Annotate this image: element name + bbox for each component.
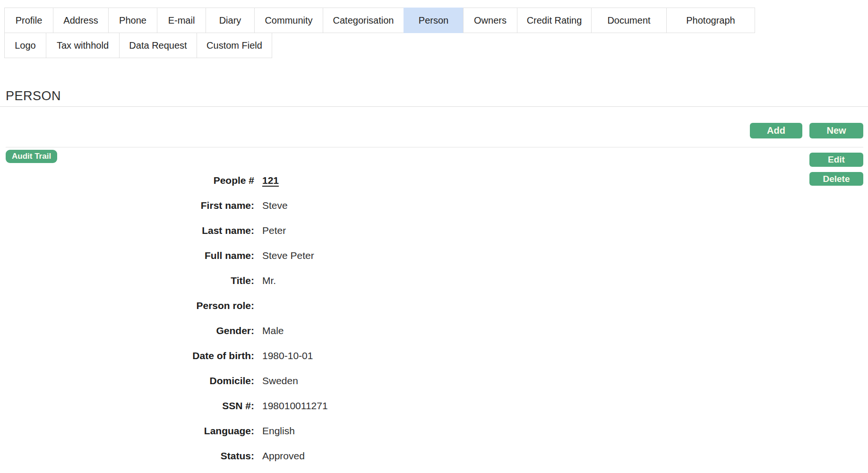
tab-label: Logo [15,40,36,51]
field-domicile: Domicile: Sweden [0,368,662,393]
tab-categorisation[interactable]: Categorisation [323,8,404,33]
tab-label: Custom Field [206,40,262,51]
tab-address[interactable]: Address [53,8,109,33]
tab-label: Data Request [129,40,187,51]
tab-photograph[interactable]: Photograph [666,8,755,33]
field-value: Male [262,325,284,336]
tab-phone[interactable]: Phone [108,8,157,33]
field-value: Sweden [262,375,298,387]
field-value: English [262,425,295,437]
tab-label: Profile [16,15,43,26]
tab-label: Photograph [686,15,735,26]
field-title: Title: Mr. [0,268,662,293]
tab-label: Address [63,15,98,26]
field-label: First name: [0,200,254,211]
new-button[interactable]: New [809,123,863,138]
field-status: Status: Approved [0,443,662,468]
tab-tax-withhold[interactable]: Tax withhold [46,33,120,58]
tab-label: Categorisation [333,15,394,26]
add-button[interactable]: Add [750,123,802,138]
field-label: Person role: [0,300,254,311]
field-value: Steve [262,200,288,211]
field-value[interactable]: 121 [262,175,279,186]
person-details: People # 121 First name: Steve Last name… [0,168,662,468]
tab-profile[interactable]: Profile [4,8,53,33]
field-label: Domicile: [0,375,254,387]
tab-person[interactable]: Person [404,8,464,33]
tab-community[interactable]: Community [254,8,323,33]
tab-e-mail[interactable]: E-mail [157,8,206,33]
field-label: Full name: [0,250,254,261]
field-value: Mr. [262,275,276,286]
tab-label: Credit Rating [527,15,582,26]
field-label: Language: [0,425,254,437]
tab-label: Tax withhold [57,40,109,51]
field-people: People # 121 [0,168,662,193]
field-label: Last name: [0,225,254,236]
field-value: 198010011271 [262,400,328,412]
tab-credit-rating[interactable]: Credit Rating [517,8,592,33]
field-value: 1980-10-01 [262,350,313,361]
edit-button[interactable]: Edit [809,153,863,167]
page-title: PERSON [6,89,61,103]
tab-label: Diary [219,15,241,26]
field-gender: Gender: Male [0,318,662,343]
tab-logo[interactable]: Logo [4,33,46,58]
tab-label: Document [607,15,650,26]
field-label: Status: [0,450,254,462]
field-label: Date of birth: [0,350,254,361]
audit-trail-button[interactable]: Audit Trail [6,150,57,163]
field-value: Peter [262,225,286,236]
tab-custom-field[interactable]: Custom Field [197,33,272,58]
tab-label: Phone [119,15,146,26]
delete-button[interactable]: Delete [809,172,863,186]
tab-label: Owners [474,15,507,26]
field-language: Language: English [0,418,662,443]
tab-row-2: Logo Tax withhold Data Request Custom Fi… [4,33,755,58]
field-person-role: Person role: [0,293,662,318]
field-full-name: Full name: Steve Peter [0,243,662,268]
tab-row-1: Profile Address Phone E-mail Diary Commu… [4,8,755,33]
field-last-name: Last name: Peter [0,218,662,243]
field-label: SSN #: [0,400,254,412]
field-value: Approved [262,450,305,462]
tab-label: E-mail [168,15,195,26]
field-value: Steve Peter [262,250,314,261]
tab-label: Person [419,15,448,26]
field-first-name: First name: Steve [0,193,662,218]
field-date-of-birth: Date of birth: 1980-10-01 [0,343,662,368]
field-ssn: SSN #: 198010011271 [0,393,662,418]
tab-bar: Profile Address Phone E-mail Diary Commu… [4,8,755,58]
tab-data-request[interactable]: Data Request [119,33,197,58]
tab-diary[interactable]: Diary [206,8,255,33]
tab-label: Community [265,15,312,26]
field-label: People # [0,175,254,186]
tab-owners[interactable]: Owners [463,8,517,33]
tab-document[interactable]: Document [591,8,667,33]
title-divider [0,106,868,107]
field-label: Gender: [0,325,254,336]
section-divider [6,147,863,147]
field-label: Title: [0,275,254,286]
